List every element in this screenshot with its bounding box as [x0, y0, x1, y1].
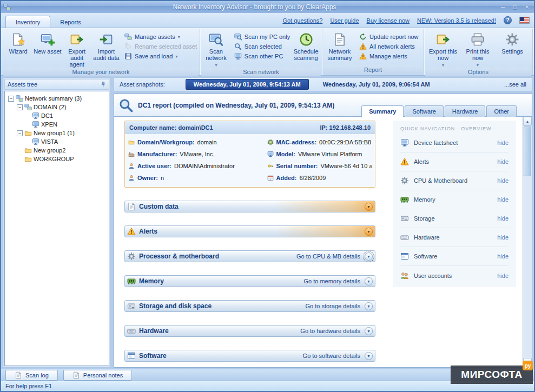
collapse-chevron-icon[interactable]: ▼ — [365, 228, 373, 236]
go-to-software-details-link[interactable]: Go to software details — [303, 353, 360, 359]
tab-reports[interactable]: Reports — [50, 16, 91, 28]
scan-selected-button[interactable]: Scan selected — [234, 43, 290, 50]
scroll-thumb[interactable] — [524, 127, 531, 176]
settings-button[interactable]: Settings — [497, 30, 528, 65]
tree-item-dc1[interactable]: DC1 — [6, 111, 108, 120]
section-storage[interactable]: Storage and disk space Go to storage det… — [124, 300, 375, 312]
hide-link[interactable]: hide — [497, 177, 508, 184]
quicknav-storage[interactable]: Storage hide — [400, 209, 508, 228]
tree-item-workgroup[interactable]: WORKGROUP — [6, 155, 108, 163]
section-custom-data[interactable]: Custom data ▼ — [124, 201, 375, 212]
ribbon-group-manage-network: Wizard New asset Export audit agent Impo… — [2, 29, 200, 75]
tab-inventory[interactable]: Inventory — [5, 16, 50, 28]
report-magnifier-icon — [118, 98, 134, 113]
maximize-button[interactable]: □ — [510, 3, 520, 11]
section-alerts[interactable]: Alerts ▼ — [124, 225, 375, 237]
section-processor-motherboard[interactable]: Processor & motherboard Go to CPU & MB d… — [124, 250, 375, 262]
new-asset-button[interactable]: New asset — [33, 30, 62, 65]
section-software[interactable]: Software Go to software details ▼ — [124, 350, 375, 362]
export-audit-agent-button[interactable]: Export audit agent — [63, 30, 91, 68]
tab-other[interactable]: Other — [486, 105, 517, 117]
header-links: Got questions? User guide Buy license no… — [282, 16, 530, 28]
update-report-button[interactable]: Update report now — [359, 33, 419, 41]
tab-software[interactable]: Software — [405, 105, 443, 117]
go-to-hardware-details-link[interactable]: Go to hardware details — [300, 328, 360, 334]
all-network-alerts-button[interactable]: All network alerts — [359, 43, 419, 50]
tree-expander-icon[interactable]: − — [8, 96, 14, 102]
quicknav-alerts[interactable]: Alerts hide — [400, 152, 508, 171]
scan-my-pc-button[interactable]: Scan my PC only — [234, 33, 290, 41]
expand-chevron-icon[interactable]: ▼ — [365, 302, 373, 310]
wizard-button[interactable]: Wizard — [4, 30, 32, 65]
quicknav-software[interactable]: Software hide — [400, 247, 508, 266]
manage-alerts-button[interactable]: Manage alerts — [359, 52, 419, 60]
import-audit-data-button[interactable]: Import audit data — [92, 30, 121, 65]
export-this-now-button[interactable]: Export this now ▾ — [427, 30, 459, 68]
schedule-scanning-button[interactable]: Schedule scanning — [292, 30, 320, 65]
go-to-cpu-details-link[interactable]: Go to CPU & MB details — [296, 253, 360, 260]
rename-asset-button[interactable]: Rename selected asset — [124, 43, 197, 50]
hide-link[interactable]: hide — [497, 253, 508, 260]
vertical-scrollbar[interactable]: ▲ ▼ — [523, 117, 532, 367]
user-guide-link[interactable]: User guide — [330, 17, 359, 24]
quicknav-user-accounts[interactable]: User accounts hide — [400, 266, 508, 285]
language-flag-icon[interactable] — [519, 17, 530, 24]
help-icon[interactable]: ? — [504, 16, 512, 24]
minimize-button[interactable]: ─ — [498, 3, 508, 11]
new-version-link[interactable]: NEW: Version 3.5 is released! — [417, 17, 496, 24]
quicknav-memory[interactable]: Memory hide — [400, 190, 508, 209]
ribbon-group-options: Export this now ▾ Print this now ▾ Setti… — [424, 29, 533, 75]
asset-snapshots-bar: Asset snapshots: Wednesday, July 01, 200… — [114, 77, 532, 91]
ip-label: IP: — [320, 124, 327, 131]
schedule-scanning-icon — [299, 32, 313, 46]
print-this-now-button[interactable]: Print this now ▾ — [462, 30, 493, 68]
expand-chevron-icon[interactable]: ▼ — [365, 253, 373, 261]
tree-item-vista[interactable]: VISTA — [6, 137, 108, 146]
scan-log-tab[interactable]: Scan log — [5, 370, 58, 381]
hide-link[interactable]: hide — [497, 196, 508, 203]
section-memory[interactable]: Memory Go to memory details ▼ — [124, 275, 375, 287]
tree-item-network-summary[interactable]: − Network summary (3) — [6, 94, 108, 103]
go-to-memory-details-link[interactable]: Go to memory details — [303, 278, 360, 284]
section-hardware[interactable]: Hardware Go to hardware details ▼ — [124, 325, 375, 337]
tree-item-xpen[interactable]: XPEN — [6, 120, 108, 129]
snapshot-button-selected[interactable]: Wednesday, July 01, 2009, 9:54:13 AM — [186, 79, 309, 90]
collapse-chevron-icon[interactable]: ▼ — [365, 203, 373, 211]
scan-other-pc-button[interactable]: Scan other PC — [234, 52, 290, 60]
scan-my-pc-icon — [234, 33, 242, 41]
save-and-load-button[interactable]: Save and load ▾ — [124, 52, 197, 60]
personal-notes-tab[interactable]: Personal notes — [63, 370, 132, 381]
manage-assets-button[interactable]: Manage assets ▾ — [124, 33, 197, 41]
close-button[interactable]: × — [522, 3, 532, 11]
tree-item-domain[interactable]: − DOMAIN (2) — [6, 103, 108, 111]
hide-link[interactable]: hide — [497, 215, 508, 222]
expand-chevron-icon[interactable]: ▼ — [365, 277, 373, 285]
hide-link[interactable]: hide — [497, 139, 508, 146]
quicknav-device-factsheet[interactable]: Device factsheet hide — [400, 134, 508, 152]
quicknav-hardware[interactable]: Hardware hide — [400, 228, 508, 247]
go-to-storage-details-link[interactable]: Go to storage details — [305, 303, 360, 309]
tree-expander-icon[interactable]: − — [17, 130, 23, 136]
expand-chevron-icon[interactable]: ▼ — [365, 327, 373, 335]
hide-link[interactable]: hide — [497, 158, 508, 165]
buy-license-link[interactable]: Buy license now — [367, 17, 410, 24]
scan-network-button[interactable]: Scan network ▾ — [202, 30, 230, 68]
got-questions-link[interactable]: Got questions? — [282, 17, 322, 24]
ip-value: 192.168.248.10 — [329, 124, 371, 131]
hide-link[interactable]: hide — [497, 234, 508, 241]
scroll-up-button[interactable]: ▲ — [523, 117, 532, 126]
expand-chevron-icon[interactable]: ▼ — [365, 352, 373, 360]
pin-icon[interactable] — [100, 81, 106, 88]
tree-item-new-group2[interactable]: New group2 — [6, 146, 108, 155]
snapshot-button[interactable]: Wednesday, July 01, 2009, 9:06:54 AM — [315, 79, 438, 89]
hide-link[interactable]: hide — [497, 273, 508, 279]
tab-summary[interactable]: Summary — [361, 105, 404, 117]
content-area: Asset snapshots: Wednesday, July 01, 200… — [114, 77, 532, 368]
tree-expander-icon[interactable]: − — [17, 104, 23, 110]
tree-item-new-group1[interactable]: − New group1 (1) — [6, 129, 108, 137]
print-this-now-icon — [471, 32, 485, 46]
network-summary-button[interactable]: Network summary — [324, 30, 355, 65]
tab-hardware[interactable]: Hardware — [445, 105, 486, 117]
see-all-link[interactable]: ...see all — [504, 81, 526, 88]
quicknav-cpu-motherboard[interactable]: CPU & Motherboard hide — [400, 171, 508, 190]
